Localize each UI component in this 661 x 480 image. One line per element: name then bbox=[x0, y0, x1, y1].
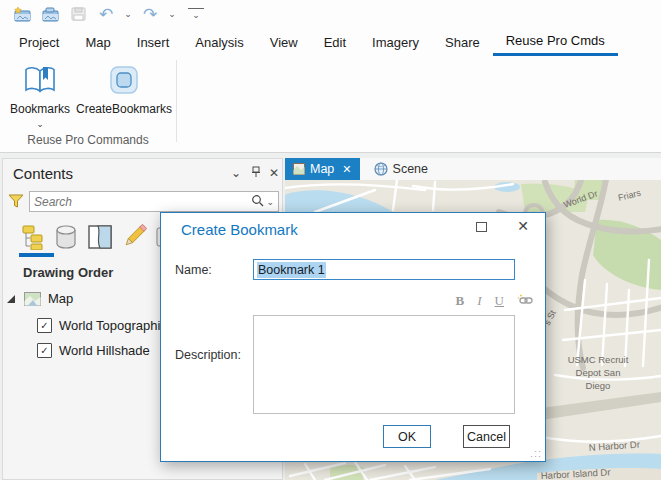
undo-dropdown-icon[interactable]: ⌄ bbox=[122, 9, 134, 19]
dialog-title: Create Bookmark bbox=[181, 221, 298, 238]
bookmarks-label: Bookmarks bbox=[10, 102, 70, 116]
format-toolbar: B I U bbox=[161, 293, 535, 309]
open-project-icon[interactable] bbox=[38, 3, 62, 25]
layer-checkbox[interactable]: ✓ bbox=[37, 343, 52, 358]
search-input[interactable] bbox=[30, 195, 251, 209]
save-icon bbox=[66, 3, 90, 25]
name-label: Name: bbox=[175, 263, 212, 277]
create-bookmarks-label: CreateBookmarks bbox=[76, 102, 172, 116]
selected-text: Bookmark 1 bbox=[257, 262, 326, 278]
tab-view[interactable]: View bbox=[257, 28, 311, 56]
tab-drawing-order-icon[interactable] bbox=[18, 223, 46, 251]
tab-reuse-pro-cmds[interactable]: Reuse Pro Cmds bbox=[493, 28, 618, 56]
new-project-icon[interactable] bbox=[10, 3, 34, 25]
ribbon-tab-bar: Project Map Insert Analysis View Edit Im… bbox=[0, 28, 661, 56]
create-bookmarks-button[interactable]: CreateBookmarks bbox=[74, 62, 174, 116]
pane-pin-icon[interactable] bbox=[249, 166, 263, 181]
layer-checkbox[interactable]: ✓ bbox=[37, 318, 52, 333]
create-bookmarks-icon bbox=[109, 62, 139, 98]
search-box: ⌄ bbox=[29, 191, 279, 212]
contents-pane-title: Contents bbox=[13, 165, 73, 182]
ribbon-body: Bookmarks ⌄ CreateBookmarks Reuse Pro Co… bbox=[0, 56, 661, 153]
arcgis-pro-window: ↶ ⌄ ↷ ⌄ ⌄ Project Map Insert Analysis Vi… bbox=[0, 0, 661, 480]
underline-button[interactable]: U bbox=[495, 293, 504, 309]
create-bookmark-dialog: Create Bookmark ✕ Name: Bookmark 1 B I U… bbox=[160, 212, 546, 462]
tab-share[interactable]: Share bbox=[432, 28, 493, 56]
tab-project[interactable]: Project bbox=[6, 28, 72, 56]
bookmarks-book-icon bbox=[23, 62, 57, 98]
bookmark-name-input[interactable]: Bookmark 1 bbox=[253, 259, 515, 280]
map-tab-icon bbox=[293, 163, 305, 175]
search-icon[interactable] bbox=[251, 193, 264, 211]
map-thumbnail-icon bbox=[24, 292, 41, 306]
tab-analysis[interactable]: Analysis bbox=[182, 28, 256, 56]
tab-selection-icon[interactable] bbox=[86, 223, 114, 251]
bold-button[interactable]: B bbox=[456, 293, 465, 309]
description-label: Description: bbox=[175, 348, 241, 362]
redo-dropdown-icon[interactable]: ⌄ bbox=[166, 9, 178, 19]
pane-menu-chevron-icon[interactable]: ⌄ bbox=[229, 166, 243, 180]
tab-imagery[interactable]: Imagery bbox=[359, 28, 432, 56]
tab-map[interactable]: Map bbox=[72, 28, 123, 56]
maximize-icon[interactable] bbox=[473, 220, 489, 234]
layer-row-world-hillshade[interactable]: ✓ World Hillshade bbox=[37, 343, 150, 358]
ok-button[interactable]: OK bbox=[383, 425, 431, 448]
pane-close-icon[interactable]: ✕ bbox=[267, 166, 281, 180]
scene-tab-globe-icon bbox=[374, 162, 388, 176]
tab-edit[interactable]: Edit bbox=[311, 28, 359, 56]
close-map-tab-icon[interactable]: ✕ bbox=[342, 163, 351, 176]
resize-grip[interactable]: ····· bbox=[530, 449, 542, 459]
view-tab-label: Map bbox=[310, 162, 334, 176]
customize-qat-icon[interactable]: ⌄ bbox=[188, 8, 204, 20]
svg-text:Depot San: Depot San bbox=[576, 367, 621, 378]
layer-label: World Hillshade bbox=[59, 343, 150, 358]
tab-data-source-icon[interactable] bbox=[52, 223, 80, 251]
ribbon-group-divider bbox=[176, 60, 177, 142]
bookmarks-button[interactable]: Bookmarks ⌄ bbox=[8, 62, 72, 129]
italic-button[interactable]: I bbox=[477, 293, 481, 309]
view-tab-scene[interactable]: Scene bbox=[366, 158, 436, 180]
bookmarks-dropdown-icon[interactable]: ⌄ bbox=[36, 119, 44, 129]
description-textarea[interactable] bbox=[253, 315, 515, 414]
svg-text:USMC Recruit: USMC Recruit bbox=[568, 354, 629, 365]
view-tab-map[interactable]: Map ✕ bbox=[285, 158, 360, 180]
tab-editing-icon[interactable] bbox=[120, 223, 148, 251]
svg-text:Diego: Diego bbox=[586, 380, 611, 391]
filter-funnel-icon[interactable] bbox=[8, 193, 24, 213]
tab-insert[interactable]: Insert bbox=[124, 28, 183, 56]
quick-access-toolbar: ↶ ⌄ ↷ ⌄ ⌄ bbox=[0, 0, 661, 28]
active-tab-underline bbox=[19, 253, 54, 257]
undo-icon[interactable]: ↶ bbox=[94, 3, 118, 25]
redo-icon[interactable]: ↷ bbox=[138, 3, 162, 25]
tree-item-label: Map bbox=[48, 291, 73, 306]
expander-icon[interactable] bbox=[7, 294, 17, 304]
search-dropdown-icon[interactable]: ⌄ bbox=[266, 197, 274, 207]
view-tab-bar: Map ✕ Scene bbox=[285, 158, 661, 180]
cancel-button[interactable]: Cancel bbox=[463, 425, 510, 448]
view-tab-label: Scene bbox=[393, 162, 428, 176]
section-header: Drawing Order bbox=[23, 265, 113, 280]
dialog-close-icon[interactable]: ✕ bbox=[513, 216, 533, 236]
ribbon-group-label: Reuse Pro Commands bbox=[0, 133, 176, 147]
hyperlink-icon[interactable] bbox=[517, 293, 535, 310]
tree-item-map[interactable]: Map bbox=[7, 291, 73, 306]
